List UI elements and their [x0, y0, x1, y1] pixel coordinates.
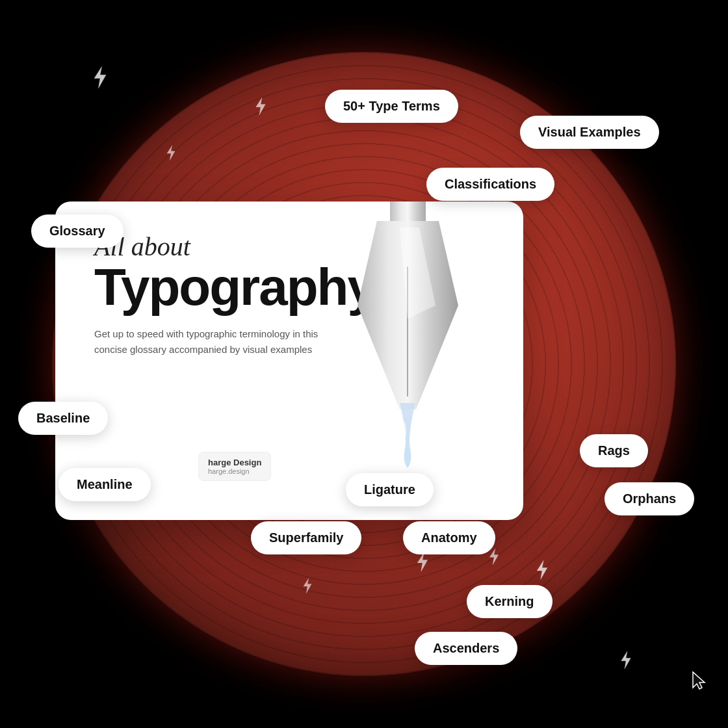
svg-marker-3 [256, 98, 266, 115]
svg-marker-6 [304, 578, 311, 593]
pill-meanline[interactable]: Meanline [58, 468, 151, 501]
svg-marker-4 [167, 146, 175, 161]
pill-ligature[interactable]: Ligature [346, 473, 434, 506]
watermark-url: harge.design [208, 467, 261, 475]
pill-glossary[interactable]: Glossary [31, 214, 124, 248]
lightning-l7 [533, 559, 551, 586]
lightning-l3 [164, 144, 178, 166]
lightning-l2 [252, 96, 269, 121]
pill-type-terms[interactable]: 50+ Type Terms [325, 90, 458, 123]
lightning-l5 [300, 577, 315, 599]
watermark-company: harge Design [208, 458, 261, 467]
pill-superfamily[interactable]: Superfamily [251, 521, 361, 554]
svg-marker-9 [621, 651, 631, 669]
card-subtitle: Get up to speed with typographic termino… [94, 326, 341, 358]
lightning-l1 [90, 65, 110, 94]
pen-nib-illustration [315, 202, 523, 488]
pill-kerning[interactable]: Kerning [467, 585, 552, 618]
svg-marker-5 [417, 552, 428, 571]
pill-orphans[interactable]: Orphans [604, 482, 694, 515]
pill-visual-examples[interactable]: Visual Examples [520, 116, 659, 149]
svg-marker-2 [94, 67, 106, 88]
lightning-l8 [618, 650, 634, 675]
watermark-badge: harge Design harge.design [198, 452, 271, 481]
pill-ascenders[interactable]: Ascenders [415, 632, 517, 665]
lightning-l4 [413, 551, 432, 578]
svg-marker-8 [537, 560, 547, 579]
pill-classifications[interactable]: Classifications [426, 168, 554, 201]
pill-baseline[interactable]: Baseline [18, 402, 108, 435]
pill-anatomy[interactable]: Anatomy [403, 521, 495, 554]
svg-marker-7 [489, 549, 498, 565]
pill-rags[interactable]: Rags [580, 434, 648, 467]
